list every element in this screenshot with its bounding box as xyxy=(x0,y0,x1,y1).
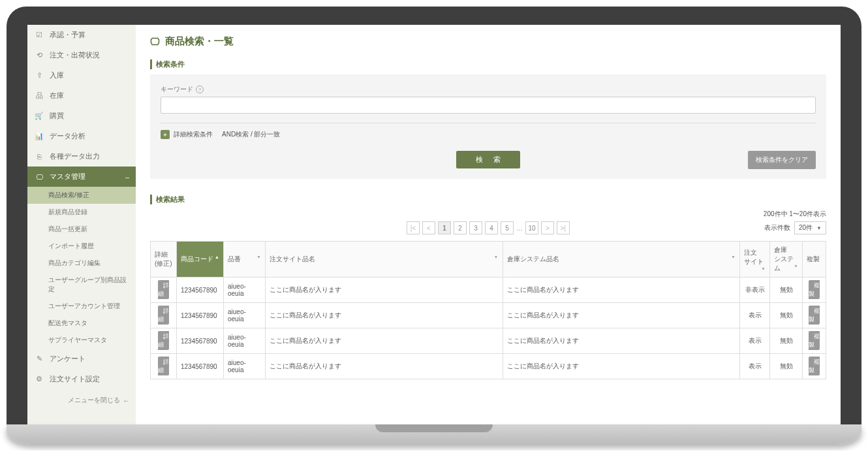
copy-button[interactable]: 複製 xyxy=(809,306,820,325)
check-icon: ☑ xyxy=(34,31,44,39)
cell-number: aiueo-oeuia xyxy=(224,278,266,303)
col-code[interactable]: 商品コード▲ xyxy=(177,242,224,278)
submenu-item-import[interactable]: インポート履歴 xyxy=(27,238,136,255)
search-button[interactable]: 検 索 xyxy=(456,151,519,168)
sidebar-item-stock[interactable]: 品 在庫 xyxy=(27,86,136,106)
section-result-label: 検索結果 xyxy=(150,195,826,204)
detail-button[interactable]: 詳細 xyxy=(158,331,169,350)
advanced-toggle[interactable]: + 詳細検索条件 xyxy=(161,130,213,139)
sidebar-item-label: 在庫 xyxy=(50,91,64,101)
submenu-item-account[interactable]: ユーザーアカウント管理 xyxy=(27,298,136,315)
submenu-item-delivery[interactable]: 配送先マスタ xyxy=(27,315,136,332)
sidebar: ☑ 承認・予算 ⟲ 注文・出荷状況 ⇪ 入庫 品 在庫 🛒 購買 xyxy=(27,25,136,424)
box-out-icon: ⟲ xyxy=(34,51,44,59)
submenu-item-usergroup[interactable]: ユーザーグループ別商品設定 xyxy=(27,272,136,298)
cell-code: 1234567890 xyxy=(177,278,224,303)
sidebar-item-analytics[interactable]: 📊 データ分析 xyxy=(27,126,136,146)
cell-wh: 無効 xyxy=(770,278,803,303)
cell-code: 1234567890 xyxy=(177,354,224,379)
sidebar-item-label: 注文・出荷状況 xyxy=(50,50,100,60)
advanced-note: AND検索 / 部分一致 xyxy=(222,130,280,139)
page-title-text: 商品検索・一覧 xyxy=(165,35,234,48)
page-last[interactable]: 10 xyxy=(525,221,538,234)
sidebar-item-orders[interactable]: ⟲ 注文・出荷状況 xyxy=(27,45,136,65)
col-number[interactable]: 品番▼ xyxy=(224,242,266,278)
table-row: 詳細1234567890aiueo-oeuiaここに商品名が入りますここに商品名… xyxy=(151,354,826,379)
sidebar-item-survey[interactable]: ✎ アンケート xyxy=(27,349,136,369)
cell-wh: 無効 xyxy=(770,354,803,379)
keyword-label: キーワード ? xyxy=(161,85,816,94)
sidebar-item-master[interactable]: 🖵 マスタ管理 – xyxy=(27,167,136,187)
page-end[interactable]: >| xyxy=(557,221,570,234)
sort-icon: ▼ xyxy=(731,255,736,259)
table-row: 詳細1234567890aiueo-oeuiaここに商品名が入りますここに商品名… xyxy=(151,328,826,354)
cell-site: ここに商品名が入ります xyxy=(266,278,503,303)
sidebar-item-label: 各種データ出力 xyxy=(50,151,100,161)
col-sys-name[interactable]: 倉庫システム品名▼ xyxy=(503,242,740,278)
section-search-label: 検索条件 xyxy=(150,59,826,69)
arrow-left-icon: ← xyxy=(123,397,129,404)
detail-button[interactable]: 詳細 xyxy=(158,306,169,325)
clear-button[interactable]: 検索条件をクリア xyxy=(748,151,816,169)
col-site-name[interactable]: 注文サイト品名▼ xyxy=(266,242,503,278)
sidebar-item-label: 購買 xyxy=(50,111,64,121)
submenu-item-bulk[interactable]: 商品一括更新 xyxy=(27,221,136,238)
sidebar-item-label: 入庫 xyxy=(50,71,64,80)
cell-sys: ここに商品名が入ります xyxy=(503,328,740,354)
page-3[interactable]: 3 xyxy=(469,221,482,234)
sidebar-item-label: 注文サイト設定 xyxy=(50,374,100,384)
sort-icon: ▼ xyxy=(256,255,261,259)
table-row: 詳細1234567890aiueo-oeuiaここに商品名が入りますここに商品名… xyxy=(151,278,826,303)
cell-order: 非表示 xyxy=(740,278,770,303)
sidebar-item-approval[interactable]: ☑ 承認・予算 xyxy=(27,25,136,45)
table-row: 詳細1234567890aiueo-oeuiaここに商品名が入りますここに商品名… xyxy=(151,303,826,328)
sidebar-item-inbound[interactable]: ⇪ 入庫 xyxy=(27,65,136,86)
help-icon[interactable]: ? xyxy=(196,86,204,93)
sidebar-item-label: データ分析 xyxy=(50,131,85,141)
cell-site: ここに商品名が入ります xyxy=(266,328,503,354)
page-1[interactable]: 1 xyxy=(438,221,451,234)
pagination: |< < 1 2 3 4 5 … 10 > >| 表示件数 20件 ▼ xyxy=(150,221,826,234)
page-prev[interactable]: < xyxy=(422,221,435,234)
sort-icon: ▼ xyxy=(761,266,766,271)
submenu-item-category[interactable]: 商品カテゴリ編集 xyxy=(27,255,136,272)
page-2[interactable]: 2 xyxy=(454,221,467,234)
col-warehouse[interactable]: 倉庫 システム▼ xyxy=(770,242,803,278)
sidebar-item-label: 承認・予算 xyxy=(50,30,85,40)
submenu-item-new[interactable]: 新規商品登録 xyxy=(27,204,136,221)
page-next[interactable]: > xyxy=(541,221,554,234)
keyword-input[interactable] xyxy=(161,97,816,114)
in-icon: ⇪ xyxy=(34,71,44,80)
cell-order: 表示 xyxy=(740,303,770,328)
copy-button[interactable]: 複製 xyxy=(809,331,820,350)
copy-button[interactable]: 複製 xyxy=(809,357,820,375)
cell-sys: ここに商品名が入ります xyxy=(503,278,740,303)
col-order-site[interactable]: 注文 サイト▼ xyxy=(740,242,770,278)
sidebar-item-purchase[interactable]: 🛒 購買 xyxy=(27,106,136,126)
per-page-label: 表示件数 xyxy=(764,223,790,232)
plus-icon: + xyxy=(161,130,170,139)
results-table: 詳細 (修正) 商品コード▲ 品番▼ 注文サイト品名▼ 倉庫システム品名▼ 注文… xyxy=(150,241,826,379)
cell-site: ここに商品名が入ります xyxy=(266,303,503,328)
cell-site: ここに商品名が入ります xyxy=(266,354,503,379)
col-copy: 複製 xyxy=(803,242,826,278)
menu-close-label: メニューを閉じる xyxy=(68,396,120,405)
advanced-row: + 詳細検索条件 AND検索 / 部分一致 xyxy=(161,123,816,139)
page-5[interactable]: 5 xyxy=(501,221,514,234)
per-page-select[interactable]: 20件 ▼ xyxy=(794,221,826,234)
keyword-label-text: キーワード xyxy=(161,85,193,94)
detail-button[interactable]: 詳細 xyxy=(158,357,169,375)
menu-close[interactable]: メニューを閉じる ← xyxy=(27,389,136,411)
copy-button[interactable]: 複製 xyxy=(809,280,820,299)
sidebar-item-site-settings[interactable]: ⚙ 注文サイト設定 xyxy=(27,369,136,389)
submenu-item-supplier[interactable]: サプライヤーマスタ xyxy=(27,332,136,349)
cell-code: 1234567890 xyxy=(177,303,224,328)
page-4[interactable]: 4 xyxy=(485,221,498,234)
sort-icon: ▼ xyxy=(794,264,798,268)
detail-button[interactable]: 詳細 xyxy=(158,280,169,299)
page-first[interactable]: |< xyxy=(407,221,420,234)
monitor-icon: 🖵 xyxy=(34,173,44,181)
submenu-item-search[interactable]: 商品検索/修正 xyxy=(27,187,136,204)
submenu: 商品検索/修正 新規商品登録 商品一括更新 インポート履歴 商品カテゴリ編集 ユ… xyxy=(27,187,136,349)
sidebar-item-export[interactable]: ⎘ 各種データ出力 xyxy=(27,146,136,167)
